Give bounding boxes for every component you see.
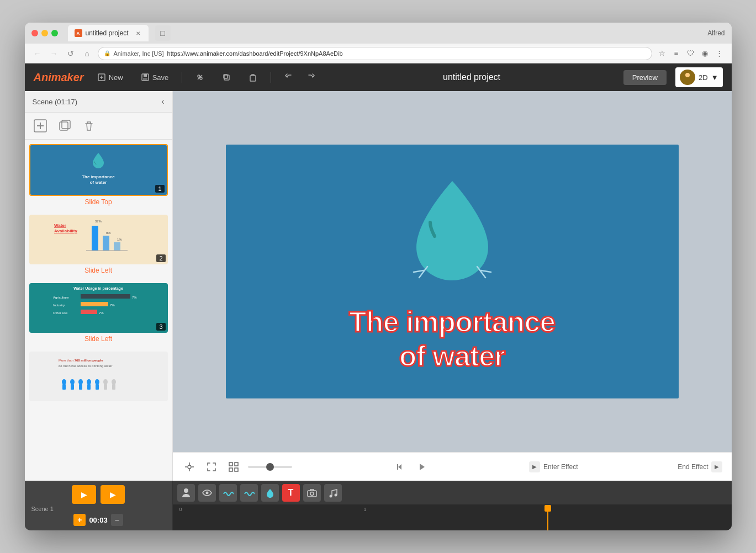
delete-scene-button[interactable] xyxy=(81,118,97,134)
eye-icon xyxy=(202,487,213,498)
project-title[interactable]: untitled project xyxy=(329,72,614,82)
add-scene-button[interactable] xyxy=(33,118,48,134)
animaker-logo[interactable]: Animaker xyxy=(34,71,84,84)
svg-point-42 xyxy=(78,379,83,385)
time-add-button[interactable]: + xyxy=(73,514,86,526)
scene-1-preview: The importance of water 1 xyxy=(30,145,167,195)
collapse-scenes-button[interactable]: ‹ xyxy=(161,97,164,107)
scene-1-label: Slide Top xyxy=(29,196,168,210)
enter-effect-button[interactable]: ▶ Enter Effect xyxy=(529,461,578,472)
scene-3-thumbnail[interactable]: Water Usage in percentage Agriculture 7%… xyxy=(29,283,168,333)
mode-dropdown-icon[interactable]: ▼ xyxy=(711,73,718,82)
text-icon: T xyxy=(288,488,294,498)
svg-rect-28 xyxy=(81,294,130,299)
timeline-area: T xyxy=(173,481,732,530)
scenes-list: The importance of water 1 Slide Top xyxy=(25,140,172,481)
back-button[interactable]: ← xyxy=(31,47,44,60)
svg-rect-31 xyxy=(81,302,108,306)
scene-item-1[interactable]: The importance of water 1 Slide Top xyxy=(29,144,168,210)
cut-button[interactable] xyxy=(191,71,209,84)
scene-item-4[interactable]: More than 768 million people do not have… xyxy=(29,352,168,401)
timeline-ruler: 0 1 2 xyxy=(173,505,732,514)
timeline-playhead[interactable] xyxy=(547,505,548,530)
paste-button[interactable] xyxy=(244,71,262,84)
security-icon: 🔒 xyxy=(104,50,110,56)
minimize-button[interactable] xyxy=(41,30,48,36)
zoom-slider[interactable] xyxy=(248,466,292,468)
duplicate-scene-button[interactable] xyxy=(57,118,72,134)
scene-item-3[interactable]: Water Usage in percentage Agriculture 7%… xyxy=(29,283,168,347)
svg-text:7%: 7% xyxy=(132,296,137,299)
mode-selector[interactable]: 2D ▼ xyxy=(675,67,723,87)
home-button[interactable]: ⌂ xyxy=(81,47,93,60)
play-icon xyxy=(416,461,427,472)
svg-rect-39 xyxy=(62,384,66,390)
forward-button[interactable]: → xyxy=(48,47,60,60)
full-play-button[interactable]: ▶ xyxy=(101,485,125,504)
duplicate-scene-icon xyxy=(57,118,72,134)
add-scene-icon xyxy=(33,118,48,134)
svg-point-72 xyxy=(329,494,332,497)
time-display: 00:03 xyxy=(89,516,107,524)
character-tool-button[interactable] xyxy=(177,484,195,502)
scene-2-thumbnail[interactable]: Water Availability 37% 8% 1% xyxy=(29,215,168,264)
redo-icon xyxy=(305,72,315,82)
svg-point-38 xyxy=(62,379,66,385)
preview-button[interactable]: Preview xyxy=(623,70,667,85)
browser-user: Alfred xyxy=(707,29,725,37)
main-canvas[interactable]: The importance of water xyxy=(226,145,679,398)
time-sub-button[interactable]: − xyxy=(111,514,123,526)
end-effect-button[interactable]: End Effect ▶ xyxy=(678,461,722,472)
scene-item-2[interactable]: Water Availability 37% 8% 1% xyxy=(29,215,168,279)
timeline-track: 0 1 2 xyxy=(173,505,732,530)
wave-tool-2-button[interactable] xyxy=(240,484,258,502)
play-button[interactable] xyxy=(414,459,429,475)
copy-button[interactable] xyxy=(218,71,235,84)
canvas-title-line2: of water xyxy=(349,339,555,373)
wave-tool-1-button[interactable] xyxy=(219,484,237,502)
maximize-button[interactable] xyxy=(51,30,58,36)
text-tool-button[interactable]: T xyxy=(282,484,300,502)
step-back-button[interactable] xyxy=(392,459,407,475)
svg-point-73 xyxy=(334,493,337,496)
new-tab-button[interactable]: □ xyxy=(155,25,171,41)
music-tool-button[interactable] xyxy=(324,484,342,502)
svg-line-52 xyxy=(419,267,427,278)
undo-redo-group xyxy=(280,70,320,84)
browser-tab[interactable]: A untitled project ✕ xyxy=(68,25,149,41)
layers-button[interactable]: ≡ xyxy=(671,48,682,59)
bookmark-button[interactable]: ☆ xyxy=(657,48,668,59)
scene-number-2: 2 xyxy=(156,254,165,262)
menu-button[interactable]: ⋮ xyxy=(714,48,725,59)
undo-icon xyxy=(284,72,294,82)
refresh-button[interactable]: ↺ xyxy=(65,47,77,60)
scene-info-label: Scene 1 xyxy=(31,506,54,512)
visibility-tool-button[interactable] xyxy=(198,484,216,502)
camera-tool-button[interactable] xyxy=(303,484,321,502)
shield-button[interactable]: 🛡 xyxy=(685,48,696,59)
svg-text:7%: 7% xyxy=(110,304,115,307)
scene-1-thumbnail[interactable]: The importance of water 1 xyxy=(29,144,168,196)
svg-text:1%: 1% xyxy=(117,238,122,241)
canvas-area: The importance of water xyxy=(173,91,732,481)
close-button[interactable] xyxy=(31,30,38,36)
secure-label: Animaker, Inc [US] xyxy=(114,50,164,57)
tab-close-button[interactable]: ✕ xyxy=(134,29,142,37)
svg-text:Agriculture: Agriculture xyxy=(53,296,69,299)
redo-button[interactable] xyxy=(301,70,320,84)
save-button[interactable]: Save xyxy=(136,71,173,84)
water-icon-button[interactable] xyxy=(261,484,279,502)
save-label: Save xyxy=(152,73,169,82)
scenes-header: Scene (01:17) ‹ xyxy=(25,91,172,113)
expand-tool[interactable] xyxy=(204,459,219,475)
app-container: Animaker New Save xyxy=(25,63,732,530)
new-button[interactable]: New xyxy=(93,71,128,84)
address-bar[interactable]: 🔒 Animaker, Inc [US] https://www.animake… xyxy=(98,47,652,60)
scene-4-thumbnail[interactable]: More than 768 million people do not have… xyxy=(29,352,168,401)
undo-button[interactable] xyxy=(280,70,299,84)
position-tool[interactable] xyxy=(182,459,197,475)
grid-tool[interactable] xyxy=(226,459,241,475)
traffic-lights xyxy=(31,30,58,36)
scene-play-button[interactable]: ▶ xyxy=(72,485,96,504)
profile-button[interactable]: ◉ xyxy=(700,48,711,59)
